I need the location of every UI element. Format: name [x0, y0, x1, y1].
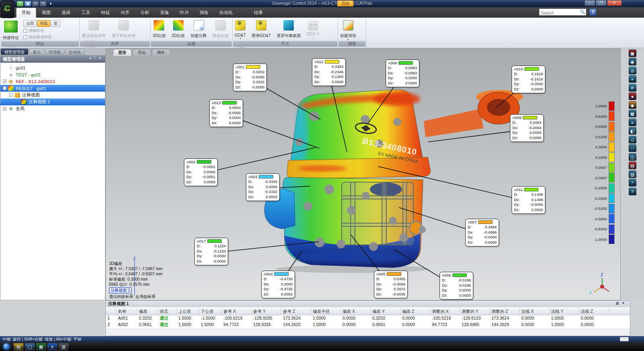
- tree-item-points[interactable]: ∷gu01: [0, 64, 105, 71]
- table-row-A001[interactable]: 1A0010.3202通过1.5000-1.5000-100.5219-128.…: [106, 315, 630, 322]
- help-tool-icon[interactable]: ?: [629, 188, 636, 195]
- half-shade-icon[interactable]: ◧: [629, 127, 636, 135]
- gdt-dropdown-icon[interactable]: ▾: [235, 37, 246, 39]
- tree-item-test[interactable]: ▲TEST - gu01: [0, 71, 105, 78]
- report-dropdown-icon[interactable]: ▾: [340, 39, 356, 41]
- col-header-偏差 Z[interactable]: 偏差 Z: [400, 308, 430, 315]
- texture-icon[interactable]: ▨: [629, 170, 636, 178]
- viewport-tab-开始[interactable]: 开始: [132, 49, 151, 56]
- probe-gdt-button[interactable]: 硬测GD&T: [250, 20, 272, 39]
- col-header-偏差 X[interactable]: 偏差 X: [341, 308, 371, 315]
- 2d-compare-button[interactable]: 2D比较: [170, 20, 186, 39]
- annotation-callout-A008[interactable]: A008D:0.2064Dx:-0.2064Dy:0.0000Dz:0.0000: [510, 114, 544, 142]
- ribbon-tab-contextual[interactable]: 结果: [249, 8, 268, 18]
- restore-button[interactable]: ❐: [596, 0, 607, 6]
- toggle-nearby[interactable]: 邻近: [37, 20, 50, 27]
- tree-item-view[interactable]: 注释视图 1: [0, 99, 105, 105]
- ribbon-tab-特征[interactable]: 特征: [96, 8, 115, 18]
- grid-icon[interactable]: ▦: [629, 110, 636, 117]
- col-header-法线 Y[interactable]: 法线 Y: [549, 308, 579, 315]
- table-grid-icon[interactable]: ▦: [616, 301, 622, 305]
- col-header-参考 X[interactable]: 参考 X: [222, 308, 252, 315]
- annotation-callout-A013[interactable]: A013D:0.0004Dx:-0.0000Dy:0.0004Dz:0.0000: [209, 99, 243, 127]
- through-section-button[interactable]: 贯穿对象截面: [275, 20, 302, 39]
- annotation-callout-A009[interactable]: A009D:0.0983Dx:-0.0983Dy:0.0000Dz:0.0000: [386, 60, 419, 87]
- ribbon-tab-分析[interactable]: 分析: [135, 8, 155, 18]
- toggle-face[interactable]: 面: [51, 20, 60, 27]
- floating-start-tab[interactable]: 启动: [337, 0, 353, 6]
- camera-view-icon[interactable]: ◎: [629, 67, 636, 74]
- panel-close-icon[interactable]: ✕: [98, 56, 103, 60]
- col-header-下公差[interactable]: 下公差: [199, 308, 222, 315]
- col-header-偏差 Y[interactable]: 偏差 Y: [371, 308, 400, 315]
- viewport-tab-图形[interactable]: 图形: [113, 49, 132, 56]
- close-button[interactable]: ✕: [607, 0, 622, 6]
- wireframe-icon[interactable]: ◇: [629, 136, 636, 144]
- tree-item-result[interactable]: -RESULT gu01: [0, 85, 105, 92]
- col-header-测量的 Y[interactable]: 测量的 Y: [460, 308, 490, 315]
- datum-label-checkbox[interactable]: [23, 35, 27, 39]
- minimize-button[interactable]: –: [584, 0, 595, 6]
- gdt-button[interactable]: GD&T ▾: [233, 20, 247, 40]
- pin-icon[interactable]: ⊤: [93, 56, 99, 60]
- annotation-callout-A012[interactable]: A012D:0.3353Dx:-0.2346Dy:0.1300Dz:0.0000: [312, 58, 346, 86]
- 3d-compare-button[interactable]: 3D比较: [151, 20, 167, 39]
- col-header-名称[interactable]: 名称: [116, 308, 137, 315]
- annotation-view-icon[interactable]: ▤: [629, 162, 636, 169]
- ribbon-tab-采集[interactable]: 采集: [155, 8, 174, 18]
- annotation-callout-A005[interactable]: A005D:0.5405Dx:-0.3665Dy:0.3972Dz:-0.003…: [374, 271, 408, 298]
- annotation-callout-A017[interactable]: A017D:0.1154Dx:-0.1154Dy:-0.0000Dz:-0.00…: [194, 238, 228, 265]
- ribbon-tab-报告[interactable]: 报告: [194, 8, 214, 18]
- tree-item-globe[interactable]: +⊕全局: [0, 105, 105, 112]
- help-icon[interactable]: ?: [589, 8, 597, 16]
- feature-align-button[interactable]: 基于特征对齐: [110, 20, 137, 39]
- annotation-callout-A007[interactable]: A007D:0.4896Dx:-0.4896Dy:-0.0000Dz:0.000…: [465, 219, 499, 246]
- snapshot-icon[interactable]: ◆: [629, 101, 636, 109]
- annotation-callout-A002[interactable]: A002D:-0.0651Dx:0.0000Dy:-0.0651Dz:0.000…: [184, 158, 218, 186]
- col-header-偏差[interactable]: 偏差: [137, 308, 158, 315]
- ribbon-tab-叶片[interactable]: 叶片: [175, 8, 194, 18]
- annotation-callout-A001[interactable]: A001D:0.3202Dx:-0.0000Dy:0.3202Dz:-0.000…: [233, 64, 267, 91]
- toggle-all[interactable]: 全部: [23, 20, 37, 27]
- record-icon[interactable]: ●: [629, 92, 636, 100]
- annotation-callout-A004[interactable]: A004D:-0.4726Dx:0.0000Dy:-0.4725Dz:0.000…: [261, 271, 295, 298]
- col-header-偏差半径[interactable]: 偏差半径: [311, 308, 341, 315]
- ribbon-tab-选择[interactable]: 选择: [56, 8, 76, 18]
- search-input[interactable]: [539, 10, 578, 16]
- browser-icon[interactable]: e: [47, 343, 57, 350]
- col-header-测量的 Z[interactable]: 测量的 Z: [490, 308, 520, 315]
- ribbon-tab-对齐[interactable]: 对齐: [116, 8, 135, 18]
- col-header-状态[interactable]: 状态: [158, 308, 177, 315]
- ribbon-tab-自动化[interactable]: 自动化: [214, 8, 238, 18]
- table-row-A002[interactable]: 2A0020.0651通过1.50001.500094.7723128.9335…: [106, 322, 630, 328]
- app-logo[interactable]: CGEO: [1, 0, 14, 18]
- viewport-tab-脚本[interactable]: 脚本: [152, 49, 170, 56]
- list-icon[interactable]: ≡: [629, 119, 636, 126]
- tree-item-ref[interactable]: +▦REF - B13-3408010: [0, 78, 105, 85]
- col-header-参考 Z[interactable]: 参考 Z: [281, 308, 311, 315]
- annotation-callout-A003[interactable]: A003D:-0.3333Dx:0.0000Dy:-0.3332Dz:0.000…: [246, 173, 280, 201]
- col-header-测量的 X[interactable]: 测量的 X: [430, 308, 460, 315]
- rotate-view-icon[interactable]: ⟳: [629, 84, 636, 92]
- start-orb[interactable]: [3, 343, 10, 350]
- settings-icon[interactable]: *: [629, 179, 636, 187]
- 2d-dim-dropdown-icon[interactable]: ▾: [307, 37, 320, 39]
- document-app-icon[interactable]: ▥: [59, 343, 68, 350]
- orientation-triad[interactable]: Z Y: [589, 272, 609, 296]
- quick-feature-button[interactable]: 快捷特征: [2, 20, 20, 41]
- dock-tab-自动化[interactable]: 自动化: [65, 49, 85, 55]
- dock-tab-模型管理器[interactable]: 模型管理器: [1, 49, 28, 55]
- create-annotation-button[interactable]: 创建注释: [190, 20, 208, 39]
- zoom-in-icon[interactable]: +: [629, 75, 636, 83]
- col-header-参考 Y[interactable]: 参考 Y: [252, 308, 281, 315]
- panel-dropdown-icon[interactable]: ▾: [89, 56, 93, 60]
- ribbon-tab-开始[interactable]: 开始: [16, 8, 36, 18]
- dock-tab-对话框[interactable]: 对话框: [45, 49, 64, 55]
- annotation-callout-A006[interactable]: A006D:-0.0196Dx:0.0196Dy:0.0000Dz:0.0003: [440, 272, 473, 300]
- ribbon-tab-工具[interactable]: 工具: [76, 8, 95, 18]
- point-cloud-icon[interactable]: ∷: [629, 144, 636, 152]
- table-dropdown-icon[interactable]: ▼: [621, 301, 627, 305]
- annotation-callout-A011[interactable]: A011D:0.1408Dx:0.1408Dy:-0.0000Dz:0.0000: [512, 186, 545, 214]
- tree-expander-icon[interactable]: +: [3, 107, 6, 111]
- search-icon[interactable]: 🔍: [580, 9, 585, 14]
